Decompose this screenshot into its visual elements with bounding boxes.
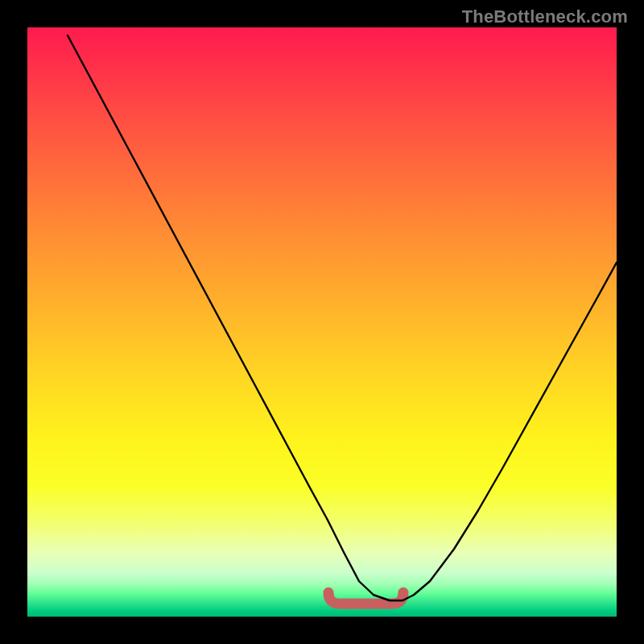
bottleneck-chart: TheBottleneck.com xyxy=(0,0,644,644)
recommended-range-marker xyxy=(328,592,403,604)
bottleneck-curve-line xyxy=(68,35,617,601)
curve-layer xyxy=(27,27,617,617)
plot-area xyxy=(27,27,617,617)
watermark-text: TheBottleneck.com xyxy=(462,6,628,27)
